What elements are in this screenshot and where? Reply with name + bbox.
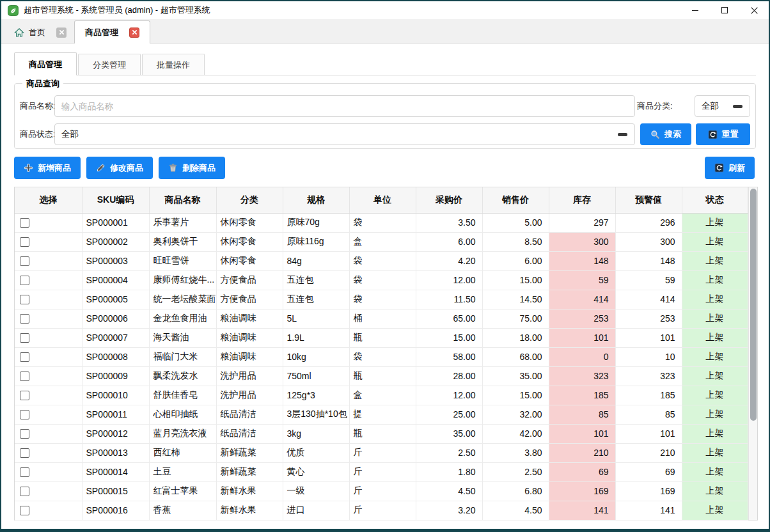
- table-row[interactable]: SP000007 海天酱油 粮油调味 1.9L 瓶 15.00 18.00 10…: [15, 328, 748, 347]
- cell-status: 上架: [682, 443, 748, 462]
- cell-spec: 3kg: [283, 424, 349, 443]
- cell-product-name: 金龙鱼食用油: [149, 309, 216, 328]
- row-checkbox[interactable]: [20, 218, 29, 228]
- column-header[interactable]: 库存: [549, 187, 615, 213]
- row-checkbox[interactable]: [20, 467, 29, 477]
- cell-unit: 盒: [349, 232, 416, 251]
- add-product-button[interactable]: 新增商品: [14, 157, 81, 179]
- vertical-scrollbar[interactable]: [748, 187, 758, 520]
- cell-warning-value: 414: [615, 290, 682, 309]
- scrollbar-thumb[interactable]: [750, 189, 757, 421]
- subtab-batch-operations[interactable]: 批量操作: [142, 54, 205, 75]
- cell-unit: 桶: [349, 309, 416, 328]
- cell-sale-price: 42.00: [482, 424, 549, 443]
- column-header[interactable]: 采购价: [416, 187, 482, 213]
- cell-sku: SP000011: [82, 405, 149, 424]
- title-bar: 超市管理系统 - 系统管理员 (admin) - 超市管理系统: [1, 1, 769, 19]
- cell-sku: SP000002: [82, 232, 149, 251]
- tab-home-close-icon[interactable]: [56, 27, 67, 38]
- table-row[interactable]: SP000012 蓝月亮洗衣液 纸品清洁 3kg 瓶 35.00 42.00 1…: [15, 424, 748, 443]
- edit-product-button[interactable]: 修改商品: [86, 157, 153, 179]
- row-checkbox[interactable]: [20, 276, 29, 285]
- subtab-product-management[interactable]: 商品管理: [14, 52, 77, 75]
- column-header[interactable]: 分类: [216, 187, 283, 213]
- cell-spec: 750ml: [283, 366, 349, 386]
- table-row[interactable]: SP000009 飘柔洗发水 洗护用品 750ml 瓶 28.00 35.00 …: [15, 366, 748, 386]
- table-row[interactable]: SP000010 舒肤佳香皂 洗护用品 125g*3 盒 12.00 15.00…: [15, 386, 748, 405]
- row-checkbox[interactable]: [20, 256, 29, 266]
- product-category-select[interactable]: 全部: [695, 95, 750, 117]
- cell-select: [15, 309, 82, 328]
- add-product-label: 新增商品: [38, 162, 71, 174]
- table-row[interactable]: SP000005 统一老坛酸菜面 方便食品 五连包 袋 11.50 14.50 …: [15, 290, 748, 309]
- column-header[interactable]: SKU编码: [82, 187, 149, 213]
- row-checkbox[interactable]: [20, 314, 29, 324]
- table-row[interactable]: SP000015 红富士苹果 新鲜水果 一级 斤 4.50 6.80 169 1…: [15, 481, 748, 501]
- cell-select: [15, 213, 82, 232]
- product-name-input[interactable]: [54, 95, 635, 117]
- reset-button[interactable]: 重置: [696, 123, 750, 145]
- table-row[interactable]: SP000016 香蕉 新鲜水果 进口 斤 3.20 4.50 141 141 …: [15, 501, 748, 520]
- cell-sale-price: 35.00: [482, 366, 549, 386]
- column-header[interactable]: 单位: [349, 187, 416, 213]
- cell-warning-value: 10: [615, 347, 682, 366]
- cell-stock: 0: [549, 347, 615, 366]
- refresh-button[interactable]: 刷新: [705, 157, 755, 179]
- row-checkbox[interactable]: [20, 448, 29, 458]
- column-header[interactable]: 商品名称: [149, 187, 216, 213]
- maximize-button[interactable]: [710, 1, 739, 19]
- minimize-button[interactable]: [680, 1, 710, 19]
- cell-spec: 原味70g: [283, 213, 349, 232]
- cell-purchase-price: 12.00: [416, 270, 482, 290]
- cell-purchase-price: 6.00: [416, 232, 482, 251]
- row-checkbox[interactable]: [20, 506, 29, 515]
- row-checkbox[interactable]: [20, 295, 29, 304]
- cell-category: 粮油调味: [216, 347, 283, 366]
- dropdown-arrow-icon: [618, 133, 627, 136]
- table-row[interactable]: SP000004 康师傅红烧牛... 方便食品 五连包 袋 12.00 15.0…: [15, 270, 748, 290]
- row-checkbox[interactable]: [20, 333, 29, 343]
- row-checkbox[interactable]: [20, 410, 29, 419]
- table-row[interactable]: SP000011 心相印抽纸 纸品清洁 3层130抽*10包 提 25.00 3…: [15, 405, 748, 424]
- subtab-category-management[interactable]: 分类管理: [78, 54, 141, 75]
- column-header[interactable]: 预警值: [615, 187, 682, 213]
- table-row[interactable]: SP000014 土豆 新鲜蔬菜 黄心 斤 1.80 2.50 69 69 上架: [15, 462, 748, 481]
- cell-sale-price: 8.50: [482, 232, 549, 251]
- cell-unit: 瓶: [349, 366, 416, 386]
- cell-spec: 125g*3: [283, 386, 349, 405]
- table-row[interactable]: SP000001 乐事薯片 休闲零食 原味70g 袋 3.50 5.00 297…: [15, 213, 748, 232]
- cell-purchase-price: 4.20: [416, 251, 482, 270]
- cell-sale-price: 6.80: [482, 481, 549, 501]
- close-button[interactable]: [739, 1, 769, 19]
- cell-purchase-price: 2.50: [416, 443, 482, 462]
- cell-sku: SP000006: [82, 309, 149, 328]
- toolbar: 新增商品 修改商品 删除商品: [14, 157, 225, 179]
- product-status-select[interactable]: 全部: [54, 123, 635, 145]
- tab-product-management[interactable]: 商品管理: [74, 20, 150, 43]
- table-row[interactable]: SP000008 福临门大米 粮油调味 10kg 袋 58.00 68.00 0…: [15, 347, 748, 366]
- column-header[interactable]: 状态: [682, 187, 748, 213]
- column-header[interactable]: 选择: [15, 187, 82, 213]
- row-checkbox[interactable]: [20, 391, 29, 400]
- search-button[interactable]: 搜索: [640, 123, 691, 145]
- cell-sale-price: 15.00: [482, 386, 549, 405]
- cell-unit: 瓶: [349, 424, 416, 443]
- cell-category: 纸品清洁: [216, 405, 283, 424]
- table-row[interactable]: SP000013 西红柿 新鲜蔬菜 优质 斤 2.50 3.80 210 210…: [15, 443, 748, 462]
- column-header[interactable]: 销售价: [482, 187, 549, 213]
- row-checkbox[interactable]: [20, 237, 29, 247]
- row-checkbox[interactable]: [20, 372, 29, 381]
- table-row[interactable]: SP000003 旺旺雪饼 休闲零食 84g 袋 4.20 6.00 148 1…: [15, 251, 748, 270]
- cell-product-name: 奥利奥饼干: [149, 232, 216, 251]
- row-checkbox[interactable]: [20, 352, 29, 362]
- table-row[interactable]: SP000002 奥利奥饼干 休闲零食 原味116g 盒 6.00 8.50 3…: [15, 232, 748, 251]
- tab-home-label: 首页: [29, 27, 45, 38]
- delete-product-button[interactable]: 删除商品: [159, 157, 225, 179]
- tab-product-close-icon[interactable]: [129, 27, 139, 38]
- row-checkbox[interactable]: [20, 429, 29, 439]
- table-row[interactable]: SP000006 金龙鱼食用油 粮油调味 5L 桶 65.00 75.00 25…: [15, 309, 748, 328]
- column-header[interactable]: 规格: [283, 187, 349, 213]
- tab-home[interactable]: 首页: [6, 22, 74, 43]
- row-checkbox[interactable]: [20, 487, 29, 496]
- cell-product-name: 西红柿: [149, 443, 216, 462]
